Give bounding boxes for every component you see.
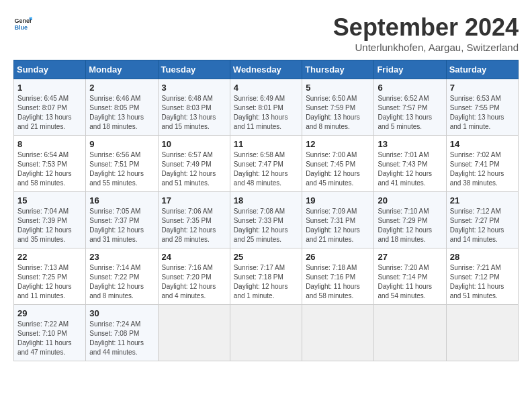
calendar-cell: 14 Sunrise: 7:02 AMSunset: 7:41 PMDaylig…: [446, 136, 518, 192]
title-block: September 2024 Unterlunkhofen, Aargau, S…: [333, 13, 519, 53]
day-detail: Sunrise: 7:14 AMSunset: 7:22 PMDaylight:…: [89, 264, 144, 300]
day-detail: Sunrise: 7:08 AMSunset: 7:33 PMDaylight:…: [234, 208, 288, 243]
calendar-cell: 4 Sunrise: 6:49 AMSunset: 8:01 PMDayligh…: [230, 79, 302, 136]
calendar-cell: 15 Sunrise: 7:04 AMSunset: 7:39 PMDaylig…: [14, 192, 86, 248]
col-header-friday: Friday: [374, 60, 446, 79]
svg-text:Blue: Blue: [14, 24, 28, 31]
calendar-header-row: SundayMondayTuesdayWednesdayThursdayFrid…: [14, 60, 519, 79]
calendar-cell: 20 Sunrise: 7:10 AMSunset: 7:29 PMDaylig…: [374, 192, 446, 248]
calendar-cell: 28 Sunrise: 7:21 AMSunset: 7:12 PMDaylig…: [446, 248, 518, 305]
day-number: 26: [306, 252, 370, 262]
calendar-cell: 22 Sunrise: 7:13 AMSunset: 7:25 PMDaylig…: [14, 248, 86, 305]
day-detail: Sunrise: 7:00 AMSunset: 7:45 PMDaylight:…: [306, 151, 360, 187]
calendar-week-5: 29 Sunrise: 7:22 AMSunset: 7:10 PMDaylig…: [14, 305, 519, 361]
day-number: 19: [306, 195, 370, 205]
calendar-cell: 18 Sunrise: 7:08 AMSunset: 7:33 PMDaylig…: [230, 192, 302, 248]
day-number: 7: [450, 83, 515, 93]
day-number: 14: [450, 139, 515, 149]
day-number: 12: [306, 139, 370, 149]
day-number: 22: [17, 252, 82, 262]
day-number: 15: [17, 195, 82, 205]
calendar-cell: 17 Sunrise: 7:06 AMSunset: 7:35 PMDaylig…: [158, 192, 230, 248]
calendar-cell: [374, 305, 446, 361]
day-detail: Sunrise: 6:57 AMSunset: 7:49 PMDaylight:…: [162, 151, 216, 187]
calendar-cell: 27 Sunrise: 7:20 AMSunset: 7:14 PMDaylig…: [374, 248, 446, 305]
col-header-sunday: Sunday: [14, 60, 86, 79]
day-detail: Sunrise: 6:58 AMSunset: 7:47 PMDaylight:…: [234, 151, 288, 187]
day-number: 29: [17, 308, 82, 318]
day-detail: Sunrise: 6:48 AMSunset: 8:03 PMDaylight:…: [162, 95, 216, 130]
day-number: 18: [234, 195, 298, 205]
calendar-cell: 1 Sunrise: 6:45 AMSunset: 8:07 PMDayligh…: [14, 79, 86, 136]
day-detail: Sunrise: 7:16 AMSunset: 7:20 PMDaylight:…: [162, 264, 216, 300]
day-number: 3: [162, 83, 226, 93]
day-detail: Sunrise: 7:06 AMSunset: 7:35 PMDaylight:…: [162, 208, 216, 243]
day-number: 28: [450, 252, 515, 262]
day-detail: Sunrise: 7:18 AMSunset: 7:16 PMDaylight:…: [306, 264, 360, 300]
calendar-cell: 10 Sunrise: 6:57 AMSunset: 7:49 PMDaylig…: [158, 136, 230, 192]
day-detail: Sunrise: 7:17 AMSunset: 7:18 PMDaylight:…: [234, 264, 288, 300]
day-detail: Sunrise: 7:21 AMSunset: 7:12 PMDaylight:…: [450, 264, 504, 300]
day-number: 1: [17, 83, 82, 93]
logo-icon: General Blue: [13, 13, 32, 32]
calendar-cell: 23 Sunrise: 7:14 AMSunset: 7:22 PMDaylig…: [86, 248, 158, 305]
day-number: 30: [89, 308, 154, 318]
calendar-cell: 21 Sunrise: 7:12 AMSunset: 7:27 PMDaylig…: [446, 192, 518, 248]
day-detail: Sunrise: 7:13 AMSunset: 7:25 PMDaylight:…: [17, 264, 72, 300]
calendar-table: SundayMondayTuesdayWednesdayThursdayFrid…: [13, 60, 519, 361]
col-header-saturday: Saturday: [446, 60, 518, 79]
day-number: 6: [378, 83, 442, 93]
calendar-cell: 8 Sunrise: 6:54 AMSunset: 7:53 PMDayligh…: [14, 136, 86, 192]
calendar-cell: 13 Sunrise: 7:01 AMSunset: 7:43 PMDaylig…: [374, 136, 446, 192]
month-title: September 2024: [333, 13, 519, 42]
day-number: 10: [162, 139, 226, 149]
calendar-cell: [302, 305, 374, 361]
calendar-cell: 12 Sunrise: 7:00 AMSunset: 7:45 PMDaylig…: [302, 136, 374, 192]
day-detail: Sunrise: 6:56 AMSunset: 7:51 PMDaylight:…: [89, 151, 144, 187]
day-number: 20: [378, 195, 442, 205]
calendar-cell: [446, 305, 518, 361]
day-number: 2: [89, 83, 154, 93]
calendar-cell: 30 Sunrise: 7:24 AMSunset: 7:08 PMDaylig…: [86, 305, 158, 361]
calendar-cell: 19 Sunrise: 7:09 AMSunset: 7:31 PMDaylig…: [302, 192, 374, 248]
calendar-cell: 25 Sunrise: 7:17 AMSunset: 7:18 PMDaylig…: [230, 248, 302, 305]
calendar-cell: 11 Sunrise: 6:58 AMSunset: 7:47 PMDaylig…: [230, 136, 302, 192]
col-header-monday: Monday: [86, 60, 158, 79]
day-number: 25: [234, 252, 298, 262]
day-detail: Sunrise: 7:01 AMSunset: 7:43 PMDaylight:…: [378, 151, 432, 187]
day-detail: Sunrise: 6:46 AMSunset: 8:05 PMDaylight:…: [89, 95, 144, 130]
calendar-cell: 7 Sunrise: 6:53 AMSunset: 7:55 PMDayligh…: [446, 79, 518, 136]
col-header-wednesday: Wednesday: [230, 60, 302, 79]
day-detail: Sunrise: 6:45 AMSunset: 8:07 PMDaylight:…: [17, 95, 72, 130]
day-detail: Sunrise: 6:49 AMSunset: 8:01 PMDaylight:…: [234, 95, 288, 130]
day-detail: Sunrise: 7:09 AMSunset: 7:31 PMDaylight:…: [306, 208, 360, 243]
day-number: 5: [306, 83, 370, 93]
day-detail: Sunrise: 7:20 AMSunset: 7:14 PMDaylight:…: [378, 264, 432, 300]
day-detail: Sunrise: 7:24 AMSunset: 7:08 PMDaylight:…: [89, 320, 144, 356]
col-header-tuesday: Tuesday: [158, 60, 230, 79]
calendar-cell: 16 Sunrise: 7:05 AMSunset: 7:37 PMDaylig…: [86, 192, 158, 248]
day-detail: Sunrise: 6:54 AMSunset: 7:53 PMDaylight:…: [17, 151, 72, 187]
calendar-week-2: 8 Sunrise: 6:54 AMSunset: 7:53 PMDayligh…: [14, 136, 519, 192]
day-number: 24: [162, 252, 226, 262]
day-number: 13: [378, 139, 442, 149]
day-number: 4: [234, 83, 298, 93]
day-number: 27: [378, 252, 442, 262]
calendar-cell: 9 Sunrise: 6:56 AMSunset: 7:51 PMDayligh…: [86, 136, 158, 192]
calendar-cell: 6 Sunrise: 6:52 AMSunset: 7:57 PMDayligh…: [374, 79, 446, 136]
calendar-cell: [158, 305, 230, 361]
calendar-cell: [230, 305, 302, 361]
day-number: 8: [17, 139, 82, 149]
day-detail: Sunrise: 7:22 AMSunset: 7:10 PMDaylight:…: [17, 320, 72, 356]
calendar-week-1: 1 Sunrise: 6:45 AMSunset: 8:07 PMDayligh…: [14, 79, 519, 136]
logo: General Blue: [13, 13, 32, 32]
day-number: 23: [89, 252, 154, 262]
day-detail: Sunrise: 7:10 AMSunset: 7:29 PMDaylight:…: [378, 208, 432, 243]
day-detail: Sunrise: 7:04 AMSunset: 7:39 PMDaylight:…: [17, 208, 72, 243]
day-number: 16: [89, 195, 154, 205]
calendar-cell: 24 Sunrise: 7:16 AMSunset: 7:20 PMDaylig…: [158, 248, 230, 305]
day-number: 21: [450, 195, 515, 205]
day-detail: Sunrise: 6:53 AMSunset: 7:55 PMDaylight:…: [450, 95, 504, 130]
day-number: 17: [162, 195, 226, 205]
calendar-week-4: 22 Sunrise: 7:13 AMSunset: 7:25 PMDaylig…: [14, 248, 519, 305]
